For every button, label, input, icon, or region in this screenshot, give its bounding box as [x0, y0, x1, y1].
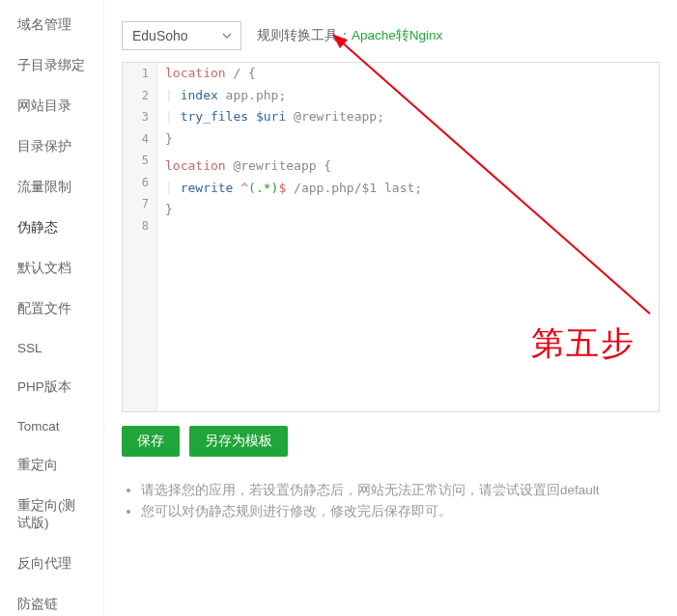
tip-item: 您可以对伪静态规则进行修改，修改完后保存即可。 — [141, 503, 660, 520]
code-line[interactable]: | index app.php; — [157, 85, 659, 107]
sidebar-item[interactable]: 重定向 — [0, 445, 103, 486]
toolbar: EduSoho 规则转换工具：Apache转Nginx — [122, 21, 660, 50]
sidebar-item[interactable]: 目录保护 — [0, 126, 103, 167]
template-select[interactable]: EduSoho — [122, 21, 241, 50]
sidebar-item[interactable]: SSL — [0, 329, 103, 367]
code-line[interactable]: } — [157, 128, 659, 151]
sidebar-item[interactable]: Tomcat — [0, 407, 103, 445]
code-editor[interactable]: 12345678 location / {| index app.php;| t… — [122, 62, 660, 412]
main-panel: EduSoho 规则转换工具：Apache转Nginx 12345678 loc… — [104, 0, 677, 616]
code-line[interactable]: } — [157, 199, 659, 221]
sidebar-item[interactable]: 反向代理 — [0, 544, 103, 584]
sidebar-item[interactable]: 重定向(测试版) — [0, 486, 103, 544]
convert-label: 规则转换工具：Apache转Nginx — [257, 27, 442, 44]
line-number: 6 — [123, 172, 156, 194]
template-select-value: EduSoho — [123, 22, 240, 49]
editor-code[interactable]: location / {| index app.php;| try_files … — [157, 63, 659, 411]
editor-gutter: 12345678 — [123, 63, 157, 411]
sidebar-item[interactable]: PHP版本 — [0, 367, 103, 407]
tip-item: 请选择您的应用，若设置伪静态后，网站无法正常访问，请尝试设置回default — [141, 482, 660, 499]
line-number: 1 — [123, 63, 156, 85]
line-number: 8 — [123, 215, 156, 238]
code-line[interactable]: | rewrite ^(.*)$ /app.php/$1 last; — [157, 178, 659, 200]
sidebar-item[interactable]: 默认文档 — [0, 248, 103, 289]
code-line[interactable]: | try_files $uri @rewriteapp; — [157, 106, 659, 128]
line-number: 3 — [123, 106, 156, 128]
sidebar-item[interactable]: 网站目录 — [0, 86, 103, 126]
sidebar: 域名管理子目录绑定网站目录目录保护流量限制伪静态默认文档配置文件SSLPHP版本… — [0, 0, 104, 616]
sidebar-item[interactable]: 防盗链 — [0, 584, 103, 616]
tips-list: 请选择您的应用，若设置伪静态后，网站无法正常访问，请尝试设置回default您可… — [122, 482, 660, 520]
sidebar-item[interactable]: 配置文件 — [0, 289, 103, 329]
sidebar-item[interactable]: 子目录绑定 — [0, 45, 103, 86]
convert-label-text: 规则转换工具： — [257, 28, 352, 42]
code-line[interactable]: location / { — [157, 63, 659, 85]
sidebar-item[interactable]: 伪静态 — [0, 208, 103, 248]
save-button[interactable]: 保存 — [122, 426, 180, 457]
line-number: 4 — [123, 128, 156, 151]
convert-link[interactable]: Apache转Nginx — [352, 28, 442, 42]
line-number: 2 — [123, 85, 156, 107]
code-line[interactable]: location @rewriteapp { — [157, 155, 659, 178]
sidebar-item[interactable]: 流量限制 — [0, 167, 103, 208]
line-number: 5 — [123, 150, 156, 172]
button-row: 保存 另存为模板 — [122, 426, 660, 457]
sidebar-item[interactable]: 域名管理 — [0, 5, 103, 45]
save-as-template-button[interactable]: 另存为模板 — [189, 426, 288, 457]
line-number: 7 — [123, 193, 156, 215]
